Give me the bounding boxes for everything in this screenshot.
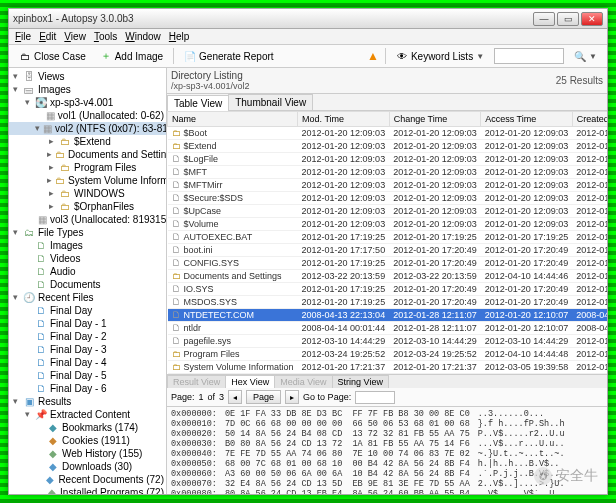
tree-twisty[interactable]: ▸ [47, 174, 52, 187]
tree-node-icon: 🗀 [55, 149, 65, 161]
menu-help[interactable]: Help [169, 31, 190, 42]
tree-ext-3[interactable]: ◆Downloads (30) [9, 460, 166, 473]
table-row[interactable]: 🗋IO.SYS2012-01-20 17:19:252012-01-20 17:… [168, 283, 608, 296]
table-row[interactable]: 🗀Program Files2012-03-24 19:25:522012-03… [168, 348, 608, 361]
tree-twisty[interactable]: ▸ [47, 148, 52, 161]
tree-ext-5[interactable]: ◆Installed Programs (72) [9, 486, 166, 494]
menu-view[interactable]: View [64, 31, 86, 42]
tree-ft-3[interactable]: 🗋Documents [9, 278, 166, 291]
table-row[interactable]: 🗋MSDOS.SYS2012-01-20 17:19:252012-01-20 … [168, 296, 608, 309]
table-row[interactable]: 🗋$MFTMirr2012-01-20 12:09:032012-01-20 1… [168, 179, 608, 192]
tree-twisty[interactable]: ▾ [35, 122, 40, 135]
tree-twisty[interactable]: ▾ [11, 291, 20, 304]
tab-string-view[interactable]: String View [332, 375, 389, 388]
tree-image-host[interactable]: ▾💽xp-sp3-v4.001 [9, 96, 166, 109]
tab-hex-view[interactable]: Hex View [225, 375, 275, 388]
tree-vol3[interactable]: ▦vol3 (Unallocated: 8193150-10485215) [9, 213, 166, 226]
tree-vol2-child-3[interactable]: ▸🗀System Volume Information [9, 174, 166, 187]
tree-results[interactable]: ▾▣Results [9, 395, 166, 408]
table-row[interactable]: 🗋$UpCase2012-01-20 12:09:032012-01-20 12… [168, 205, 608, 218]
table-row[interactable]: 🗋pagefile.sys2012-03-10 14:44:292012-03-… [168, 335, 608, 348]
tree-recent-6[interactable]: 🗋Final Day - 6 [9, 382, 166, 395]
tree-recent[interactable]: ▾🕘Recent Files [9, 291, 166, 304]
tree-ft-2[interactable]: 🗋Audio [9, 265, 166, 278]
page-prev-button[interactable]: ◂ [228, 390, 242, 404]
page-button[interactable]: Page [246, 390, 281, 404]
close-button[interactable]: ✕ [581, 12, 603, 26]
tree-twisty[interactable]: ▸ [47, 135, 56, 148]
table-row[interactable]: 🗋boot.ini2012-01-20 17:17:502012-01-20 1… [168, 244, 608, 257]
tree-ext-1[interactable]: ◆Cookies (1911) [9, 434, 166, 447]
table-row[interactable]: 🗋$LogFile2012-01-20 12:09:032012-01-20 1… [168, 153, 608, 166]
tree-views[interactable]: ▾🗄Views [9, 70, 166, 83]
col-mod-time[interactable]: Mod. Time [298, 112, 390, 127]
tree-twisty[interactable]: ▾ [11, 395, 20, 408]
table-row[interactable]: 🗋ntldr2008-04-14 00:01:442012-01-28 12:1… [168, 322, 608, 335]
tree-recent-2[interactable]: 🗋Final Day - 2 [9, 330, 166, 343]
tree-filetypes[interactable]: ▾🗂File Types [9, 226, 166, 239]
goto-page-input[interactable] [355, 391, 395, 404]
tree-ext-0[interactable]: ◆Bookmarks (174) [9, 421, 166, 434]
col-change-time[interactable]: Change Time [389, 112, 481, 127]
tree-twisty[interactable]: ▸ [47, 161, 56, 174]
keyword-search-input[interactable] [494, 48, 564, 64]
col-name[interactable]: Name [168, 112, 298, 127]
table-row[interactable]: 🗋AUTOEXEC.BAT2012-01-20 17:19:252012-01-… [168, 231, 608, 244]
tree-recent-0[interactable]: 🗋Final Day [9, 304, 166, 317]
close-case-button[interactable]: 🗀 Close Case [15, 48, 90, 64]
tree-vol2-child-1[interactable]: ▸🗀Documents and Settings [9, 148, 166, 161]
table-row[interactable]: 🗀$Extend2012-01-20 12:09:032012-01-20 12… [168, 140, 608, 153]
tree-ft-0[interactable]: 🗋Images [9, 239, 166, 252]
tree-vol2-child-5[interactable]: ▸🗀$OrphanFiles [9, 200, 166, 213]
tree-recent-1[interactable]: 🗋Final Day - 1 [9, 317, 166, 330]
navigation-tree[interactable]: ▾🗄Views▾🖴Images▾💽xp-sp3-v4.001 ▦vol1 (Un… [9, 68, 167, 494]
tab-media-view[interactable]: Media View [274, 375, 332, 388]
add-image-button[interactable]: ＋ Add Image [96, 48, 167, 64]
table-row[interactable]: 🗋$Secure:$SDS2012-01-20 12:09:032012-01-… [168, 192, 608, 205]
minimize-button[interactable]: — [533, 12, 555, 26]
table-row[interactable]: 🗀$Boot2012-01-20 12:09:032012-01-20 12:0… [168, 127, 608, 140]
col-created-time[interactable]: Created Time [572, 112, 607, 127]
tree-vol2-child-2[interactable]: ▸🗀Program Files [9, 161, 166, 174]
page-next-button[interactable]: ▸ [285, 390, 299, 404]
tab-table-view[interactable]: Table View [167, 95, 229, 111]
tree-recent-3[interactable]: 🗋Final Day - 3 [9, 343, 166, 356]
menu-edit[interactable]: Edit [39, 31, 56, 42]
tree-images[interactable]: ▾🖴Images [9, 83, 166, 96]
warning-icon[interactable]: ▲ [367, 49, 379, 63]
tree-recent-5[interactable]: 🗋Final Day - 5 [9, 369, 166, 382]
menu-window[interactable]: Window [125, 31, 161, 42]
keyword-lists-button[interactable]: 👁 Keyword Lists ▼ [392, 48, 488, 64]
maximize-button[interactable]: ▭ [557, 12, 579, 26]
search-button[interactable]: 🔍 ▼ [570, 48, 601, 64]
tree-ext-2[interactable]: ◆Web History (155) [9, 447, 166, 460]
col-access-time[interactable]: Access Time [481, 112, 573, 127]
tree-twisty[interactable]: ▾ [11, 83, 20, 96]
tree-twisty[interactable]: ▾ [23, 96, 32, 109]
generate-report-button[interactable]: 📄 Generate Report [180, 48, 278, 64]
table-row[interactable]: 🗀System Volume Information2012-01-20 17:… [168, 361, 608, 374]
menu-tools[interactable]: Tools [94, 31, 117, 42]
tree-twisty[interactable]: ▸ [47, 187, 56, 200]
tree-vol1[interactable]: ▦vol1 (Unallocated: 0-62) [9, 109, 166, 122]
tab-thumbnail-view[interactable]: Thumbnail View [228, 94, 313, 110]
tree-ft-1[interactable]: 🗋Videos [9, 252, 166, 265]
tree-ext-4[interactable]: ◆Recent Documents (72) [9, 473, 166, 486]
tree-vol2[interactable]: ▾▦vol2 (NTFS (0x07): 63-8193149) [9, 122, 166, 135]
table-row[interactable]: 🗀Documents and Settings2012-03-22 20:13:… [168, 270, 608, 283]
tree-vol2-child-4[interactable]: ▸🗀WINDOWS [9, 187, 166, 200]
menu-file[interactable]: File [15, 31, 31, 42]
tree-recent-4[interactable]: 🗋Final Day - 4 [9, 356, 166, 369]
table-row[interactable]: 🗋$Volume2012-01-20 12:09:032012-01-20 12… [168, 218, 608, 231]
file-table-wrap[interactable]: NameMod. TimeChange TimeAccess TimeCreat… [167, 111, 607, 374]
table-row[interactable]: 🗋NTDETECT.COM2008-04-13 22:13:042012-01-… [168, 309, 608, 322]
tree-vol2-child-0[interactable]: ▸🗀$Extend [9, 135, 166, 148]
table-row[interactable]: 🗋$MFT2012-01-20 12:09:032012-01-20 12:09… [168, 166, 608, 179]
tree-twisty[interactable]: ▾ [11, 226, 20, 239]
tree-twisty[interactable]: ▸ [47, 200, 56, 213]
table-row[interactable]: 🗋CONFIG.SYS2012-01-20 17:19:252012-01-20… [168, 257, 608, 270]
tree-twisty[interactable]: ▾ [23, 408, 32, 421]
tree-extracted[interactable]: ▾📌Extracted Content [9, 408, 166, 421]
tree-twisty[interactable]: ▾ [11, 70, 20, 83]
tab-result-view[interactable]: Result View [167, 375, 226, 388]
